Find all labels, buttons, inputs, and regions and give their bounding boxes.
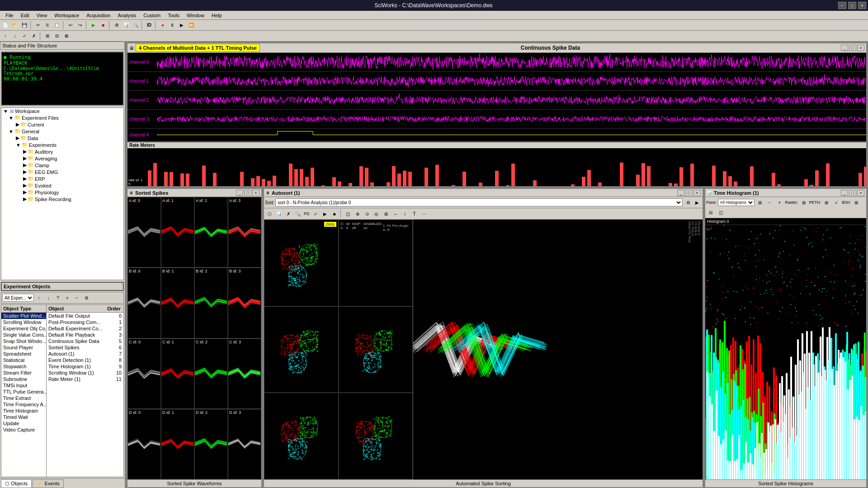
tree-current[interactable]: ▶ 📁 Current	[1, 121, 123, 128]
tb-forward[interactable]: ⏩	[187, 21, 196, 30]
obj-ratemeter[interactable]: Rate Meter (1)11	[47, 376, 123, 382]
obj-scrollwin[interactable]: Scrolling Window (1)10	[47, 370, 123, 376]
as-controls[interactable]: _ □ ×	[677, 190, 701, 196]
tb-pause[interactable]: ⏸	[168, 21, 177, 30]
pane-select[interactable]: All Histograms	[718, 199, 755, 206]
as-t3[interactable]: ✗	[284, 209, 293, 218]
type-scatter[interactable]: Scatter Plot Wind...	[1, 313, 46, 319]
ss-controls[interactable]: _ □ ×	[236, 190, 259, 196]
waveform-minimize[interactable]: _	[841, 45, 848, 51]
th-i2[interactable]: ⊟	[706, 208, 715, 217]
minimize-button[interactable]: −	[838, 2, 846, 9]
tree-experiments[interactable]: ▼ 📁 Experiments	[1, 141, 123, 148]
tb-id[interactable]: ID	[145, 21, 154, 30]
menu-help[interactable]: Help	[208, 12, 226, 19]
tb2-b3[interactable]: ⊠	[62, 32, 71, 41]
obj-default-file[interactable]: Default File Output0	[47, 313, 123, 319]
type-stream[interactable]: Stream Filter	[1, 370, 46, 376]
tab-events[interactable]: ⚡ Events	[33, 479, 64, 488]
menu-edit[interactable]: Edit	[17, 12, 33, 19]
exp-sort-asc[interactable]: ↑	[34, 293, 43, 302]
waveform-close[interactable]: ×	[857, 45, 864, 51]
sort-select[interactable]: sort 0 - N-Probe Analysis (1)/probe 0	[275, 198, 683, 206]
tree-spike-recording[interactable]: ▶ 📁 Spike Recording	[1, 196, 123, 202]
menu-custom[interactable]: Custom	[140, 12, 164, 19]
type-expobj[interactable]: Experiment Obj Co...	[1, 325, 46, 332]
menu-tools[interactable]: Tools	[164, 12, 183, 19]
th-controls[interactable]: _ □ ×	[841, 190, 864, 196]
tree-erp[interactable]: ▶ 📁 ERP	[1, 175, 123, 182]
tb2-check[interactable]: ✓	[20, 32, 29, 41]
exp-help[interactable]: ?	[53, 293, 62, 302]
tree-averaging[interactable]: ▶ 📁 Averaging	[1, 155, 123, 162]
maximize-button[interactable]: □	[848, 2, 856, 9]
tb-play[interactable]: ▶	[177, 21, 186, 30]
tb-run[interactable]: ▶	[89, 21, 98, 30]
th-min[interactable]: _	[841, 190, 848, 196]
tree-data[interactable]: ▶ 📁 Data	[1, 135, 123, 141]
tb-cut[interactable]: ✂	[33, 21, 42, 30]
ss-close[interactable]: ×	[252, 190, 259, 196]
tree-physiology[interactable]: ▶ 📁 Physiology	[1, 189, 123, 196]
th-t1[interactable]: ⊞	[755, 198, 764, 207]
tb-new[interactable]: 📄	[1, 21, 10, 30]
as-min[interactable]: _	[677, 190, 684, 196]
type-subroutine[interactable]: Subroutine	[1, 376, 46, 382]
menu-analysis[interactable]: Analysis	[114, 12, 140, 19]
as-tb2[interactable]: ▶	[693, 198, 702, 207]
tree-general[interactable]: ▼ 📁 General	[1, 128, 123, 135]
as-b2[interactable]: ⊕	[353, 209, 362, 218]
as-b7[interactable]: ↕	[401, 209, 410, 218]
tb-save[interactable]: 💾	[20, 21, 29, 30]
tree-evoked[interactable]: ▶ 📁 Evoked	[1, 182, 123, 189]
as-t1[interactable]: ⬡	[265, 209, 274, 218]
as-b6[interactable]: ↔	[391, 209, 400, 218]
exp-add[interactable]: +	[63, 293, 72, 302]
tb-settings[interactable]: ⚙	[112, 21, 121, 30]
th-r1[interactable]: ⊞	[799, 198, 808, 207]
as-b8[interactable]: T	[410, 209, 419, 218]
th-t3[interactable]: +	[775, 198, 784, 207]
type-spreadsheet[interactable]: Spreadsheet	[1, 351, 46, 357]
tb2-x[interactable]: ✗	[29, 32, 38, 41]
window-controls[interactable]: − □ ×	[838, 2, 866, 9]
obj-postproc[interactable]: Post-Processing Com...1	[47, 319, 123, 325]
tb2-b2[interactable]: ⊟	[52, 32, 61, 41]
as-play[interactable]: ▶	[321, 209, 330, 218]
tb2-down[interactable]: ↓	[10, 32, 19, 41]
th-i3[interactable]: ◫	[716, 208, 725, 217]
tree-clamp[interactable]: ▶ 📁 Clamp	[1, 162, 123, 169]
as-b3[interactable]: ⊙	[363, 209, 372, 218]
tb-undo[interactable]: ↩	[66, 21, 75, 30]
type-timehistogram[interactable]: Time Histogram	[1, 408, 46, 414]
th-p1[interactable]: ⊞	[822, 198, 831, 207]
type-scrolling[interactable]: Scrolling Window	[1, 319, 46, 325]
type-timedwait[interactable]: Timed Wait	[1, 414, 46, 420]
tree-eeg-emg[interactable]: ▶ 📁 EEG EMG	[1, 169, 123, 175]
tb-open[interactable]: 📂	[10, 21, 19, 30]
th-close[interactable]: ×	[857, 190, 864, 196]
exp-delete[interactable]: −	[72, 293, 81, 302]
tree-auditory[interactable]: ▶ 📁 Auditory	[1, 148, 123, 155]
waveform-controls[interactable]: _ □ ×	[841, 45, 864, 51]
as-tb1[interactable]: ⚙	[684, 198, 693, 207]
th-t2[interactable]: −	[765, 198, 774, 207]
obj-expco[interactable]: Default Experiment Co...2	[47, 325, 123, 332]
as-max[interactable]: □	[685, 190, 693, 196]
exp-sort-desc[interactable]: ↓	[44, 293, 53, 302]
obj-sorted[interactable]: Sorted Spikes6	[47, 344, 123, 351]
obj-playback[interactable]: Default File Playback3	[47, 332, 123, 338]
menu-workspace[interactable]: Workspace	[51, 12, 83, 19]
as-b4[interactable]: ◎	[372, 209, 381, 218]
type-tmsi[interactable]: TMSi Input	[1, 382, 46, 389]
type-timefreq[interactable]: Time Frequency A...	[1, 401, 46, 408]
tree-experiment-files[interactable]: ▼ 📁 Experiment Files	[1, 114, 123, 121]
tb-copy[interactable]: ⎘	[43, 21, 52, 30]
waveform-maximize[interactable]: □	[849, 45, 856, 51]
type-statistical[interactable]: Statistical	[1, 357, 46, 363]
ss-max[interactable]: □	[244, 190, 251, 196]
menu-acquisition[interactable]: Acquisition	[83, 12, 114, 19]
type-ttl[interactable]: TTL Pulse Genera...	[1, 389, 46, 395]
type-video[interactable]: Video Capture	[1, 427, 46, 433]
as-b9[interactable]: ⋯	[420, 209, 429, 218]
